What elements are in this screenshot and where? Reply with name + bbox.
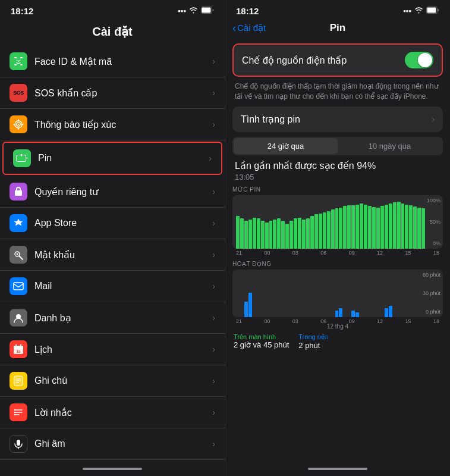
battery-bar-11 — [281, 221, 285, 248]
battery-bar-39 — [397, 202, 401, 249]
notes-icon — [10, 372, 27, 390]
settings-item-privacy[interactable]: Quyền riêng tư› — [0, 176, 225, 208]
tab-24h[interactable]: 24 giờ qua — [234, 138, 338, 154]
svg-point-11 — [18, 124, 19, 125]
voice-memos-icon — [10, 435, 27, 453]
right-battery-icon — [426, 7, 439, 15]
nav-title: Pin — [330, 22, 345, 34]
svg-text:15: 15 — [17, 350, 21, 353]
y-label-0: 0% — [427, 240, 440, 246]
contacts-label: Danh bạ — [34, 312, 212, 324]
nav-back-button[interactable]: ‹ Cài đặt — [232, 22, 266, 35]
battery-bar-19 — [314, 214, 318, 248]
battery-y-labels: 100% 50% 0% — [427, 195, 440, 249]
act-x-09: 09 — [349, 318, 355, 324]
sos-label: SOS khẩn cấp — [34, 87, 212, 99]
svg-point-6 — [17, 60, 18, 61]
left-time: 18:12 — [11, 6, 33, 16]
notes-chevron-icon: › — [212, 376, 215, 386]
settings-item-mail[interactable]: Mail› — [0, 271, 225, 302]
battery-bar-25 — [339, 208, 342, 249]
contact-notif-chevron-icon: › — [212, 120, 215, 129]
battery-icon — [201, 7, 214, 15]
battery-chart: 100% 50% 0% — [232, 195, 443, 249]
svg-rect-25 — [14, 346, 23, 349]
power-mode-toggle[interactable] — [405, 52, 433, 68]
settings-item-reminders[interactable]: Lời nhắc› — [0, 397, 225, 428]
settings-item-sos[interactable]: SOSSOS khẩn cấp› — [0, 77, 225, 109]
battery-bar-24 — [335, 208, 339, 248]
battery-bar-2 — [244, 221, 248, 248]
battery-bar-32 — [368, 206, 372, 248]
svg-point-36 — [14, 409, 15, 411]
battery-bars — [236, 199, 425, 249]
calendar-chevron-icon: › — [212, 345, 215, 354]
battery-bar-6 — [261, 221, 265, 248]
appstore-chevron-icon: › — [212, 218, 215, 228]
legend-screen: Trên màn hình 2 giờ và 45 phút — [234, 333, 289, 350]
svg-point-7 — [20, 60, 21, 61]
battery-bar-13 — [289, 221, 293, 248]
settings-item-notes[interactable]: Ghi chú› — [0, 365, 225, 397]
left-status-icons: ▪▪▪ — [178, 7, 214, 15]
battery-x-labels: 21 00 03 06 09 12 15 18 — [232, 249, 443, 256]
settings-item-appstore[interactable]: App Store› — [0, 208, 225, 239]
battery-bar-30 — [360, 203, 363, 249]
svg-rect-1 — [202, 8, 211, 13]
x-label-21: 21 — [236, 250, 242, 256]
appstore-label: App Store — [34, 218, 212, 228]
legend-screen-value: 2 giờ và 45 phút — [234, 340, 289, 349]
charged-time: 13:05 — [235, 173, 440, 181]
settings-item-contacts[interactable]: Danh bạ› — [0, 302, 225, 334]
activity-bar-24 — [335, 311, 339, 317]
battery-bar-34 — [376, 208, 380, 249]
settings-item-battery[interactable]: Pin› — [2, 142, 222, 175]
battery-icon — [13, 149, 31, 167]
sos-chevron-icon: › — [212, 88, 215, 98]
page-header: Cài đặt — [0, 20, 225, 46]
tabs-container: 24 giờ qua 10 ngày qua — [232, 137, 443, 155]
battery-bar-7 — [265, 223, 269, 249]
battery-status-chevron-icon: › — [432, 114, 435, 124]
activity-bar-25 — [339, 308, 342, 317]
x-label-00: 00 — [264, 250, 270, 256]
battery-bar-29 — [355, 205, 359, 249]
battery-status-row[interactable]: Tình trạng pin › — [232, 107, 443, 132]
legend-screen-label: Trên màn hình — [234, 333, 289, 340]
tab-10d[interactable]: 10 ngày qua — [338, 138, 442, 154]
activity-bar-28 — [351, 311, 355, 317]
toggle-thumb — [418, 53, 432, 67]
x-label-06: 06 — [320, 250, 326, 256]
svg-rect-5 — [20, 64, 23, 65]
passwords-chevron-icon: › — [212, 250, 215, 259]
voice-memos-chevron-icon: › — [212, 439, 215, 449]
face-id-chevron-icon: › — [212, 57, 215, 66]
settings-item-contact-notif[interactable]: Thông báo tiếp xúc› — [0, 109, 225, 140]
privacy-chevron-icon: › — [212, 187, 215, 196]
battery-bar-26 — [343, 206, 347, 248]
settings-item-voice-memos[interactable]: Ghi âm› — [0, 428, 225, 460]
battery-bar-16 — [302, 220, 306, 249]
settings-item-passwords[interactable]: Mật khẩu› — [0, 239, 225, 271]
right-status-icons: ▪▪▪ — [403, 7, 439, 15]
battery-bar-37 — [389, 203, 392, 249]
settings-item-calendar[interactable]: 15 Lịch› — [0, 334, 225, 365]
battery-bar-33 — [372, 207, 376, 249]
notes-label: Ghi chú — [34, 375, 212, 386]
activity-bar-36 — [385, 308, 388, 317]
act-x-06: 06 — [320, 318, 326, 324]
battery-bar-41 — [405, 205, 408, 249]
battery-bar-28 — [351, 205, 355, 249]
reminders-icon — [10, 403, 27, 421]
svg-rect-42 — [427, 8, 436, 13]
settings-item-face-id[interactable]: Face ID & Mật mã› — [0, 46, 225, 77]
mail-chevron-icon: › — [212, 281, 215, 291]
battery-label: Pin — [38, 153, 209, 164]
page-title: Cài đặt — [10, 24, 215, 39]
face-id-icon — [10, 52, 27, 70]
battery-bar-0 — [236, 216, 240, 249]
battery-bar-5 — [257, 218, 260, 248]
right-wifi-icon — [414, 7, 423, 15]
act-x-21: 21 — [236, 318, 242, 324]
svg-rect-17 — [17, 156, 23, 161]
